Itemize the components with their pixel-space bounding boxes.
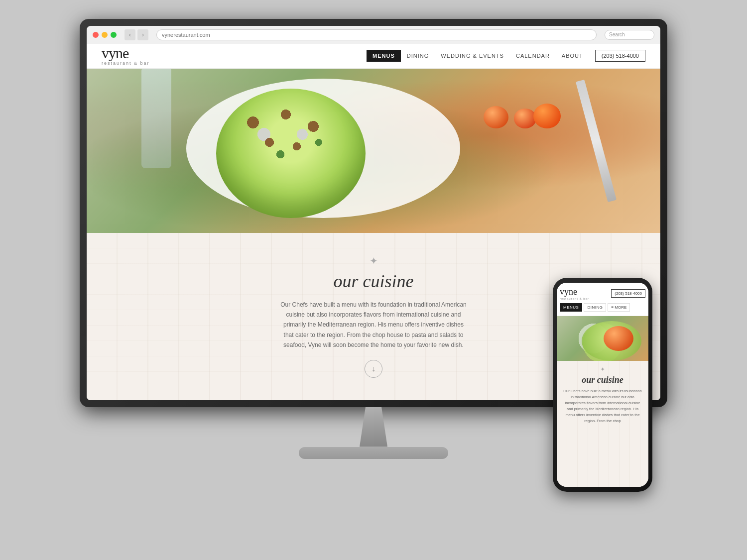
monitor-wrapper: ‹ › vynerestaurant.com Search vyne resta… [80, 19, 667, 542]
scroll-down-button[interactable]: ↓ [365, 360, 382, 378]
nav-menus[interactable]: MENUS [367, 50, 401, 62]
nav-wedding-events[interactable]: WEDDING & EVENTS [435, 50, 510, 62]
maximize-button[interactable] [111, 32, 117, 38]
nav-dining[interactable]: DINING [401, 50, 435, 62]
phone-cuisine-title: our cuisine [582, 375, 623, 385]
phone-phone-number[interactable]: (203) 518-4000 [611, 289, 645, 298]
cuisine-description: Our Chefs have built a menu with its fou… [279, 300, 468, 350]
phone-cuisine-section: ✦ our cuisine Our Chefs have built a men… [557, 361, 648, 487]
phone-outer: vyne restaurant & bar (203) 518-4000 MEN… [553, 278, 652, 492]
phone-logo-subtitle: restaurant & bar [560, 297, 589, 300]
phone-logo: vyne restaurant & bar [560, 287, 589, 300]
phone-nav-dining[interactable]: DINING [584, 303, 606, 312]
nav-calendar[interactable]: CALENDAR [510, 50, 556, 62]
monitor-base [299, 447, 448, 459]
monitor-neck [354, 407, 393, 447]
nav-links: MENUS DINING WEDDING & EVENTS CALENDAR A… [367, 50, 645, 62]
phone-cuisine-icon: ✦ [600, 366, 605, 373]
site-logo: vyne restaurant & bar [102, 46, 150, 66]
hero-section [87, 69, 660, 233]
cuisine-title: our cuisine [334, 271, 414, 292]
search-placeholder: Search [609, 32, 625, 37]
browser-nav-buttons: ‹ › [124, 29, 148, 40]
traffic-lights [93, 32, 117, 38]
logo-subtitle: restaurant & bar [102, 61, 150, 66]
phone-nav-top: vyne restaurant & bar (203) 518-4000 [560, 287, 645, 300]
phone-nav-links: MENUS DINING ≡ MORE [560, 303, 645, 312]
browser-search-bar[interactable]: Search [605, 30, 654, 40]
phone-hero [557, 316, 648, 361]
phone-logo-name: vyne [560, 287, 589, 297]
phone-nav-more[interactable]: ≡ MORE [608, 303, 630, 312]
browser-forward-button[interactable]: › [137, 29, 148, 40]
phone-tomato [604, 326, 633, 351]
glass-visual [141, 69, 171, 168]
logo-name: vyne [102, 46, 150, 61]
nav-phone[interactable]: (203) 518-4000 [595, 50, 645, 62]
phone-mockup: vyne restaurant & bar (203) 518-4000 MEN… [553, 278, 652, 492]
phone-navigation: vyne restaurant & bar (203) 518-4000 MEN… [557, 283, 648, 316]
hero-background [87, 69, 660, 233]
browser-chrome: ‹ › vynerestaurant.com Search [87, 26, 660, 44]
address-bar[interactable]: vynerestaurant.com [156, 29, 597, 40]
address-bar-url: vynerestaurant.com [162, 32, 210, 38]
cuisine-icon: ✦ [370, 255, 378, 267]
site-navigation: vyne restaurant & bar MENUS DINING WEDDI… [87, 44, 660, 69]
browser-back-button[interactable]: ‹ [124, 29, 135, 40]
phone-nav-menus[interactable]: MENUS [560, 303, 582, 312]
minimize-button[interactable] [102, 32, 108, 38]
toppings-visual [231, 99, 341, 178]
close-button[interactable] [93, 32, 99, 38]
phone-cuisine-description: Our Chefs have built a menu with its fou… [562, 388, 643, 424]
phone-screen: vyne restaurant & bar (203) 518-4000 MEN… [557, 283, 648, 487]
fork-visual [576, 79, 617, 202]
tomatoes-visual [484, 99, 561, 130]
nav-about[interactable]: ABOUT [556, 50, 589, 62]
